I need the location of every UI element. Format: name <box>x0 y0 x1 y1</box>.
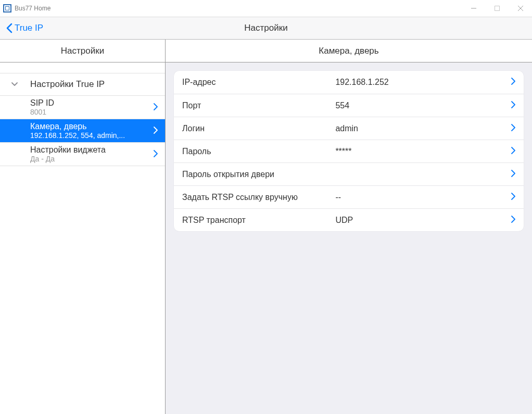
sidebar-group-header[interactable]: Настройки True IP <box>0 73 165 96</box>
row-login[interactable]: Логин admin <box>174 117 524 140</box>
row-rtsp-manual[interactable]: Задать RTSP ссылку вручную -- <box>174 185 524 208</box>
chevron-down-icon <box>10 82 19 86</box>
sidebar-item-label: SIP ID <box>30 98 150 108</box>
row-port[interactable]: Порт 554 <box>174 94 524 117</box>
row-label: IP-адрес <box>182 78 335 87</box>
sidebar-item-camera-door[interactable]: Камера, дверь 192.168.1.252, 554, admin,… <box>0 119 165 143</box>
row-label: Порт <box>182 101 335 110</box>
chevron-right-icon <box>154 150 158 159</box>
minimize-button[interactable] <box>462 0 485 17</box>
nav-header: True IP Настройки <box>0 17 532 40</box>
maximize-button[interactable] <box>485 0 509 17</box>
sidebar: Настройки Настройки True IP SIP ID 8001 … <box>0 40 166 414</box>
chevron-right-icon <box>511 124 515 133</box>
window-titlebar: Bus77 Home <box>0 0 532 17</box>
chevron-right-icon <box>511 101 515 110</box>
content-header: Камера, дверь <box>166 40 532 62</box>
sidebar-item-sub: 8001 <box>30 108 150 116</box>
back-button[interactable]: True IP <box>0 23 43 33</box>
sidebar-item-label: Камера, дверь <box>30 122 150 131</box>
row-value: admin <box>335 124 506 133</box>
chevron-right-icon <box>511 147 515 156</box>
row-ip-address[interactable]: IP-адрес 192.168.1.252 <box>174 71 524 94</box>
row-value: -- <box>335 193 506 202</box>
app-icon <box>3 4 11 12</box>
chevron-right-icon <box>154 103 158 112</box>
chevron-left-icon <box>6 23 12 33</box>
close-button[interactable] <box>509 0 532 17</box>
row-label: RTSP транспорт <box>182 216 335 225</box>
row-label: Логин <box>182 124 335 133</box>
svg-rect-1 <box>495 6 499 11</box>
row-value: ***** <box>335 147 506 156</box>
sidebar-header: Настройки <box>0 40 165 62</box>
sidebar-item-label: Настройки виджета <box>30 145 150 155</box>
row-label: Пароль открытия двери <box>182 170 335 179</box>
sidebar-group-title: Настройки True IP <box>30 79 105 90</box>
row-password[interactable]: Пароль ***** <box>174 140 524 162</box>
row-label: Задать RTSP ссылку вручную <box>182 193 335 202</box>
window-controls <box>462 0 532 17</box>
sidebar-item-widget-settings[interactable]: Настройки виджета Да - Да <box>0 143 165 166</box>
settings-card: IP-адрес 192.168.1.252 Порт 554 Логин ad… <box>174 71 524 231</box>
nav-title: Настройки <box>0 23 532 33</box>
row-value: UDP <box>335 216 506 225</box>
content-pane: Камера, дверь IP-адрес 192.168.1.252 Пор… <box>166 40 532 414</box>
chevron-right-icon <box>511 78 515 87</box>
sidebar-item-sub: Да - Да <box>30 155 150 163</box>
chevron-right-icon <box>511 216 515 225</box>
row-value: 554 <box>335 101 506 110</box>
window-title: Bus77 Home <box>15 5 50 12</box>
chevron-right-icon <box>511 170 515 179</box>
sidebar-item-sip-id[interactable]: SIP ID 8001 <box>0 96 165 119</box>
chevron-right-icon <box>154 127 158 135</box>
row-value: 192.168.1.252 <box>335 78 506 87</box>
row-door-password[interactable]: Пароль открытия двери <box>174 162 524 185</box>
chevron-right-icon <box>511 193 515 202</box>
row-label: Пароль <box>182 147 335 156</box>
back-label: True IP <box>15 23 43 33</box>
sidebar-item-sub: 192.168.1.252, 554, admin,... <box>30 131 150 140</box>
row-rtsp-transport[interactable]: RTSP транспорт UDP <box>174 208 524 231</box>
